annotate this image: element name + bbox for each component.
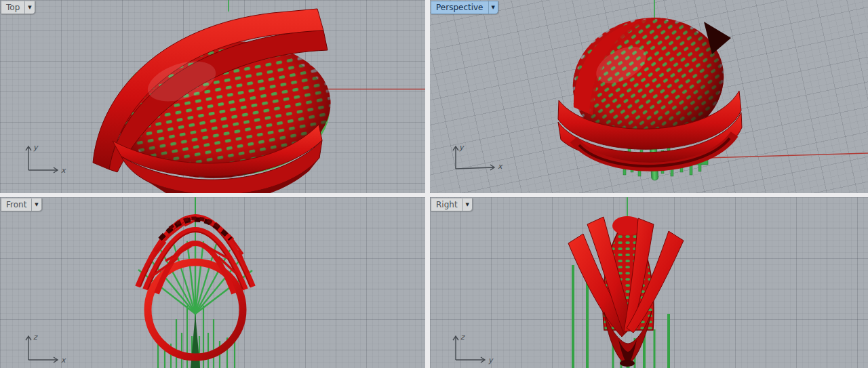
viewport-menu-arrow-icon[interactable]: ▼ bbox=[31, 199, 41, 211]
viewport-top[interactable]: Top ▼ y x bbox=[0, 0, 425, 193]
ring-right-geometry bbox=[568, 216, 684, 367]
viewport-tab-label: Top bbox=[1, 1, 24, 14]
ring-model-front-view[interactable] bbox=[0, 197, 425, 368]
viewport-tab-label: Perspective bbox=[431, 1, 488, 14]
ring-model-top-view[interactable] bbox=[0, 0, 425, 193]
ring-perspective-geometry bbox=[558, 4, 742, 167]
ring-top-geometry bbox=[93, 9, 338, 193]
viewport-tab-right[interactable]: Right ▼ bbox=[431, 198, 473, 211]
viewport-front[interactable]: Front ▼ z x bbox=[0, 197, 425, 368]
cad-workspace: Top ▼ y x bbox=[0, 0, 868, 368]
viewport-menu-arrow-icon[interactable]: ▼ bbox=[24, 1, 34, 14]
ring-model-right-view[interactable] bbox=[430, 197, 868, 368]
viewport-menu-arrow-icon[interactable]: ▼ bbox=[462, 199, 472, 211]
viewport-right[interactable]: Right ▼ z y bbox=[430, 197, 868, 368]
viewport-perspective[interactable]: Perspective ▼ y x bbox=[430, 0, 868, 193]
viewport-tab-label: Right bbox=[431, 199, 462, 211]
viewport-tab-label: Front bbox=[1, 199, 31, 211]
viewport-menu-arrow-icon[interactable]: ▼ bbox=[488, 1, 498, 14]
viewport-tab-top[interactable]: Top ▼ bbox=[1, 1, 35, 14]
ring-model-perspective-view[interactable] bbox=[430, 0, 868, 193]
viewport-tab-perspective[interactable]: Perspective ▼ bbox=[431, 1, 498, 14]
viewport-tab-front[interactable]: Front ▼ bbox=[1, 198, 42, 211]
